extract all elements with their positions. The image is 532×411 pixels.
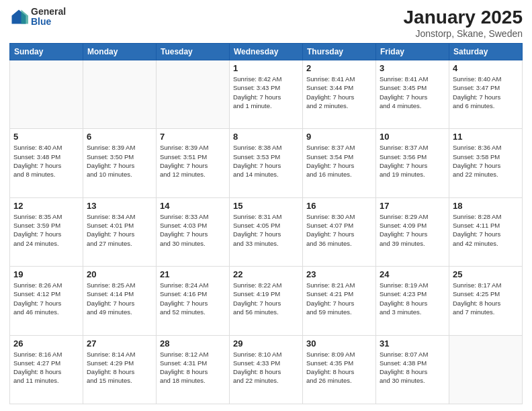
title-block: January 2025 Jonstorp, Skane, Sweden (404, 7, 523, 39)
day-number: 13 (87, 201, 152, 211)
calendar-cell (10, 60, 83, 129)
calendar-cell: 22Sunrise: 8:22 AM Sunset: 4:19 PM Dayli… (230, 267, 303, 335)
calendar-table: Sunday Monday Tuesday Wednesday Thursday… (9, 43, 523, 404)
weekday-header-row: Sunday Monday Tuesday Wednesday Thursday… (10, 44, 523, 60)
day-info: Sunrise: 8:07 AM Sunset: 4:38 PM Dayligh… (380, 350, 445, 385)
calendar-cell: 24Sunrise: 8:19 AM Sunset: 4:23 PM Dayli… (376, 267, 449, 335)
day-info: Sunrise: 8:31 AM Sunset: 4:05 PM Dayligh… (233, 212, 299, 248)
day-number: 14 (160, 201, 226, 211)
day-number: 24 (380, 269, 445, 279)
day-info: Sunrise: 8:37 AM Sunset: 3:54 PM Dayligh… (306, 143, 372, 179)
day-info: Sunrise: 8:41 AM Sunset: 3:45 PM Dayligh… (380, 75, 445, 110)
day-info: Sunrise: 8:29 AM Sunset: 4:09 PM Dayligh… (380, 212, 445, 248)
week-row-5: 26Sunrise: 8:16 AM Sunset: 4:27 PM Dayli… (10, 335, 523, 404)
calendar-cell: 26Sunrise: 8:16 AM Sunset: 4:27 PM Dayli… (10, 335, 83, 404)
calendar-cell (449, 335, 523, 404)
day-info: Sunrise: 8:35 AM Sunset: 3:59 PM Dayligh… (13, 212, 79, 248)
day-number: 30 (306, 338, 372, 349)
calendar-cell: 14Sunrise: 8:33 AM Sunset: 4:03 PM Dayli… (157, 197, 230, 266)
day-info: Sunrise: 8:16 AM Sunset: 4:27 PM Dayligh… (13, 350, 79, 385)
page: General Blue January 2025 Jonstorp, Skan… (0, 0, 532, 411)
day-number: 25 (453, 269, 519, 279)
week-row-1: 1Sunrise: 8:42 AM Sunset: 3:43 PM Daylig… (10, 60, 523, 129)
day-info: Sunrise: 8:28 AM Sunset: 4:11 PM Dayligh… (453, 212, 519, 248)
day-number: 1 (233, 63, 299, 73)
day-info: Sunrise: 8:41 AM Sunset: 3:44 PM Dayligh… (306, 75, 372, 110)
calendar-cell (157, 60, 230, 129)
day-info: Sunrise: 8:34 AM Sunset: 4:01 PM Dayligh… (87, 212, 152, 248)
day-number: 16 (306, 201, 372, 211)
day-info: Sunrise: 8:39 AM Sunset: 3:50 PM Dayligh… (87, 143, 152, 179)
day-number: 7 (160, 132, 226, 142)
day-info: Sunrise: 8:36 AM Sunset: 3:58 PM Dayligh… (453, 143, 519, 179)
day-info: Sunrise: 8:38 AM Sunset: 3:53 PM Dayligh… (233, 143, 299, 179)
day-number: 23 (306, 269, 372, 279)
day-number: 20 (87, 269, 152, 279)
day-number: 5 (13, 132, 79, 142)
day-number: 18 (453, 201, 519, 211)
header-saturday: Saturday (449, 44, 523, 60)
day-number: 27 (87, 338, 152, 349)
day-info: Sunrise: 8:30 AM Sunset: 4:07 PM Dayligh… (306, 212, 372, 248)
day-info: Sunrise: 8:22 AM Sunset: 4:19 PM Dayligh… (233, 281, 299, 316)
day-info: Sunrise: 8:33 AM Sunset: 4:03 PM Dayligh… (160, 212, 226, 248)
calendar-cell: 4Sunrise: 8:40 AM Sunset: 3:47 PM Daylig… (449, 60, 523, 129)
calendar-cell: 5Sunrise: 8:40 AM Sunset: 3:48 PM Daylig… (10, 129, 83, 197)
day-number: 19 (13, 269, 79, 279)
calendar-cell: 31Sunrise: 8:07 AM Sunset: 4:38 PM Dayli… (376, 335, 449, 404)
calendar-cell: 25Sunrise: 8:17 AM Sunset: 4:25 PM Dayli… (449, 267, 523, 335)
day-info: Sunrise: 8:10 AM Sunset: 4:33 PM Dayligh… (233, 350, 299, 385)
calendar-cell (83, 60, 157, 129)
calendar-cell: 27Sunrise: 8:14 AM Sunset: 4:29 PM Dayli… (83, 335, 157, 404)
day-number: 3 (380, 63, 445, 73)
logo-text: General Blue (31, 7, 66, 28)
calendar-cell: 6Sunrise: 8:39 AM Sunset: 3:50 PM Daylig… (83, 129, 157, 197)
calendar-cell: 11Sunrise: 8:36 AM Sunset: 3:58 PM Dayli… (449, 129, 523, 197)
header-tuesday: Tuesday (157, 44, 230, 60)
day-number: 8 (233, 132, 299, 142)
day-number: 12 (13, 201, 79, 211)
calendar-cell: 15Sunrise: 8:31 AM Sunset: 4:05 PM Dayli… (230, 197, 303, 266)
day-info: Sunrise: 8:25 AM Sunset: 4:14 PM Dayligh… (87, 281, 152, 316)
day-number: 26 (13, 338, 79, 349)
calendar-cell: 3Sunrise: 8:41 AM Sunset: 3:45 PM Daylig… (376, 60, 449, 129)
day-info: Sunrise: 8:26 AM Sunset: 4:12 PM Dayligh… (13, 281, 79, 316)
calendar-cell: 21Sunrise: 8:24 AM Sunset: 4:16 PM Dayli… (157, 267, 230, 335)
calendar-cell: 29Sunrise: 8:10 AM Sunset: 4:33 PM Dayli… (230, 335, 303, 404)
day-number: 11 (453, 132, 519, 142)
day-number: 6 (87, 132, 152, 142)
day-info: Sunrise: 8:39 AM Sunset: 3:51 PM Dayligh… (160, 143, 226, 179)
calendar-cell: 10Sunrise: 8:37 AM Sunset: 3:56 PM Dayli… (376, 129, 449, 197)
day-number: 29 (233, 338, 299, 349)
day-number: 4 (453, 63, 519, 73)
day-info: Sunrise: 8:17 AM Sunset: 4:25 PM Dayligh… (453, 281, 519, 316)
day-number: 10 (380, 132, 445, 142)
day-info: Sunrise: 8:42 AM Sunset: 3:43 PM Dayligh… (233, 75, 299, 110)
day-number: 22 (233, 269, 299, 279)
day-info: Sunrise: 8:37 AM Sunset: 3:56 PM Dayligh… (380, 143, 445, 179)
calendar-cell: 9Sunrise: 8:37 AM Sunset: 3:54 PM Daylig… (303, 129, 376, 197)
logo: General Blue (9, 7, 66, 28)
header: General Blue January 2025 Jonstorp, Skan… (9, 7, 523, 39)
logo-general-text: General (31, 7, 66, 17)
calendar-cell: 1Sunrise: 8:42 AM Sunset: 3:43 PM Daylig… (230, 60, 303, 129)
calendar-cell: 30Sunrise: 8:09 AM Sunset: 4:35 PM Dayli… (303, 335, 376, 404)
calendar-cell: 2Sunrise: 8:41 AM Sunset: 3:44 PM Daylig… (303, 60, 376, 129)
week-row-2: 5Sunrise: 8:40 AM Sunset: 3:48 PM Daylig… (10, 129, 523, 197)
day-number: 28 (160, 338, 226, 349)
main-title: January 2025 (404, 7, 523, 28)
day-info: Sunrise: 8:40 AM Sunset: 3:48 PM Dayligh… (13, 143, 79, 179)
day-info: Sunrise: 8:09 AM Sunset: 4:35 PM Dayligh… (306, 350, 372, 385)
day-number: 9 (306, 132, 372, 142)
calendar-cell: 12Sunrise: 8:35 AM Sunset: 3:59 PM Dayli… (10, 197, 83, 266)
calendar-cell: 28Sunrise: 8:12 AM Sunset: 4:31 PM Dayli… (157, 335, 230, 404)
day-info: Sunrise: 8:14 AM Sunset: 4:29 PM Dayligh… (87, 350, 152, 385)
header-friday: Friday (376, 44, 449, 60)
day-number: 15 (233, 201, 299, 211)
subtitle: Jonstorp, Skane, Sweden (404, 28, 523, 39)
calendar-cell: 16Sunrise: 8:30 AM Sunset: 4:07 PM Dayli… (303, 197, 376, 266)
week-row-3: 12Sunrise: 8:35 AM Sunset: 3:59 PM Dayli… (10, 197, 523, 266)
calendar-cell: 18Sunrise: 8:28 AM Sunset: 4:11 PM Dayli… (449, 197, 523, 266)
day-info: Sunrise: 8:12 AM Sunset: 4:31 PM Dayligh… (160, 350, 226, 385)
header-monday: Monday (83, 44, 157, 60)
